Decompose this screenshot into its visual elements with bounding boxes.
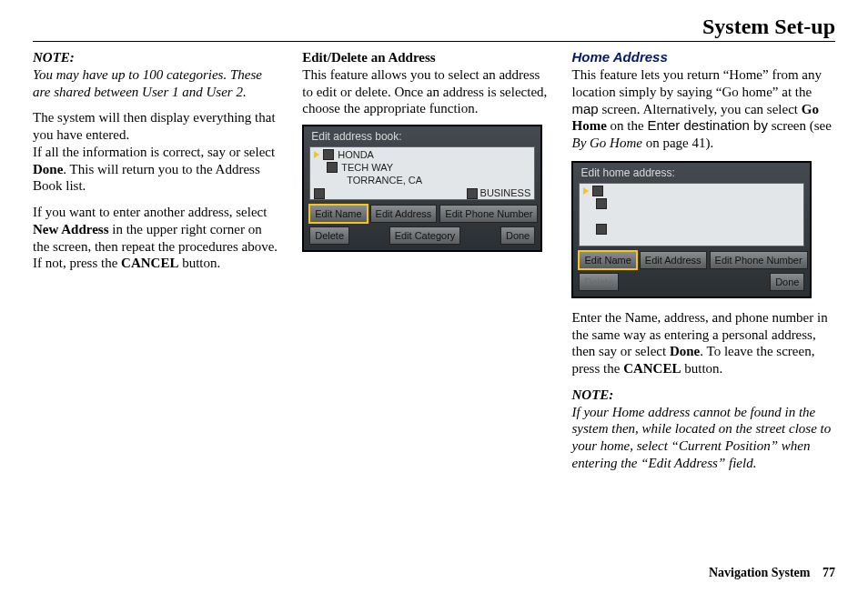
field-icon (323, 149, 334, 160)
para-home-2: Enter the Name, address, and phone numbe… (571, 309, 835, 377)
row-city: TORRANCE, CA (310, 173, 534, 186)
para-home-1: This feature lets you return “Home” from… (571, 66, 835, 152)
page: System Set-up NOTE: You may have up to 1… (0, 0, 868, 593)
note-block: NOTE: You may have up to 100 categories.… (33, 49, 278, 100)
footer: Navigation System 77 (709, 566, 835, 580)
row-addr (580, 196, 803, 209)
field-icon (314, 188, 325, 199)
note-label: NOTE: (33, 50, 75, 65)
note-body: If your Home address cannot be found in … (571, 405, 831, 470)
para-1: The system will then display everything … (33, 109, 278, 195)
nav-btn-row-2: Delete Done (573, 271, 810, 296)
field-icon (592, 186, 603, 196)
col-2: Edit/Delete an Address This feature allo… (302, 49, 548, 481)
para-2: If you want to enter another address, se… (33, 204, 278, 272)
done-button[interactable]: Done (500, 226, 535, 245)
edit-phone-button[interactable]: Edit Phone Number (710, 251, 808, 269)
sect-head-edit-delete: Edit/Delete an Address This feature allo… (302, 49, 548, 117)
edit-address-button[interactable]: Edit Address (370, 205, 438, 223)
screenshot-edit-address-book: Edit address book: HONDA TECH WAY T (302, 125, 542, 252)
note-label: NOTE: (571, 387, 613, 402)
row-name (580, 184, 803, 196)
note-body: You may have up to 100 categories. These… (33, 67, 262, 99)
nav-btn-row-1: Edit Name Edit Address Edit Phone Number (304, 200, 540, 225)
edit-name-button[interactable]: Edit Name (309, 205, 367, 223)
edit-category-button[interactable]: Edit Category (389, 226, 461, 245)
done-button[interactable]: Done (770, 273, 804, 291)
footer-label: Navigation System (709, 566, 811, 579)
nav-title: Edit home address: (573, 163, 810, 183)
edit-address-button[interactable]: Edit Address (640, 251, 707, 269)
columns: NOTE: You may have up to 100 categories.… (33, 49, 835, 481)
field-icon (596, 224, 607, 235)
row-category: BUSINESS (310, 186, 534, 199)
cursor-icon (314, 151, 319, 158)
nav-btn-row-1: Edit Name Edit Address Edit Phone Number (573, 246, 810, 271)
col-3: Home Address This feature lets you retur… (571, 49, 835, 481)
category-icon (467, 188, 478, 199)
note-block-2: NOTE: If your Home address cannot be fou… (571, 387, 835, 472)
screenshot-edit-home-address: Edit home address: (571, 161, 812, 298)
col-1: NOTE: You may have up to 100 categories.… (33, 49, 278, 481)
delete-button[interactable]: Delete (579, 273, 619, 291)
page-title: System Set-up (33, 15, 835, 39)
rule (33, 41, 835, 42)
row-name: HONDA (310, 147, 534, 160)
edit-name-button[interactable]: Edit Name (579, 251, 636, 269)
nav-panel (579, 183, 804, 246)
row-phone (580, 222, 803, 235)
sect-head-home-address: Home Address (571, 49, 835, 65)
edit-phone-button[interactable]: Edit Phone Number (439, 205, 538, 223)
row-street: TECH WAY (310, 160, 534, 173)
nav-btn-row-2: Delete Edit Category Done (304, 225, 540, 250)
field-icon (327, 162, 338, 173)
nav-title: Edit address book: (304, 126, 540, 146)
cursor-icon (583, 187, 589, 195)
field-icon (596, 198, 607, 209)
delete-button[interactable]: Delete (309, 226, 349, 245)
page-number: 77 (823, 566, 835, 579)
nav-panel: HONDA TECH WAY TORRANCE, CA BUSINESS (309, 146, 535, 200)
